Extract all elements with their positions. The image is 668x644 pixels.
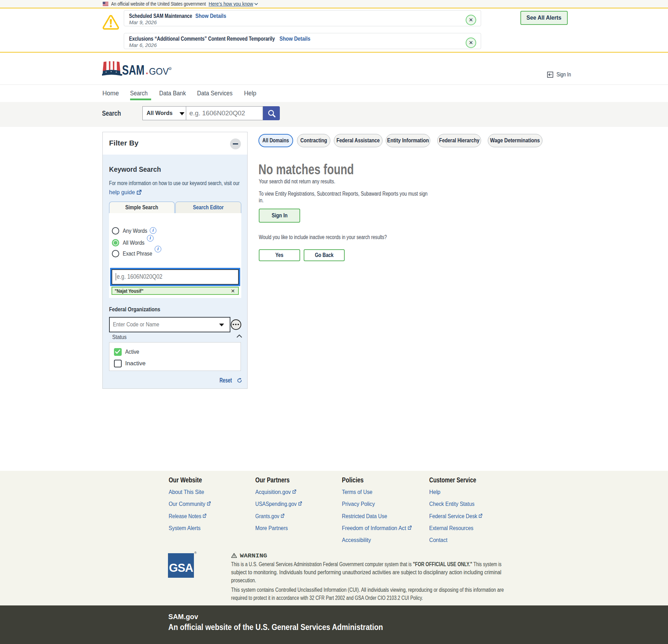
svg-text:R: R: [169, 68, 171, 70]
svg-text:GOV: GOV: [149, 66, 169, 77]
svg-text:SAM: SAM: [122, 62, 144, 77]
